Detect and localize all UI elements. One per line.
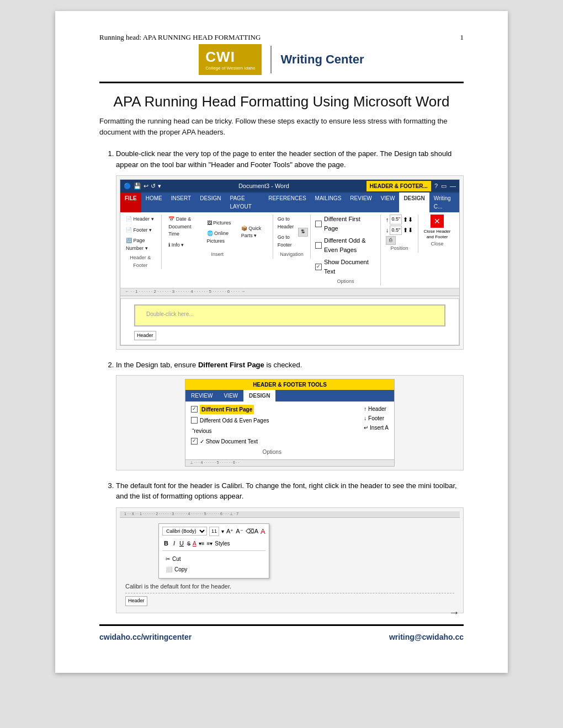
cwi-logo-box: CWI College of Western Idaho (199, 44, 262, 75)
position-footer-spinner: ⬆⬇ (403, 226, 413, 235)
tab-page-layout[interactable]: PAGE LAYOUT (226, 192, 264, 212)
header-placeholder-text: Double-click here... (146, 311, 194, 317)
font-size-dropdown[interactable]: ▾ (221, 527, 224, 536)
step2-show-text-checkbox[interactable]: ✓ (191, 438, 198, 445)
tab-design-active[interactable]: DESIGN (399, 192, 429, 212)
cwi-text: CWI (205, 49, 255, 66)
header-position-value[interactable]: 0.5" (390, 215, 402, 224)
footer-bar: cwidaho.cc/writingcenter writing@cwidaho… (99, 630, 464, 641)
step2-odd-even-checkbox[interactable] (191, 417, 198, 424)
step2-footer-pos: ↓ Footer (364, 414, 389, 422)
header-content-text: Calibri is the default font for the head… (125, 582, 454, 591)
font-size-increase[interactable]: A⁺ (226, 527, 233, 536)
font-size-decrease[interactable]: A⁻ (236, 527, 243, 536)
group-header-footer: 📄 Header ▾ 📄 Footer ▾ 🔢 Page Number ▾ He… (124, 215, 162, 269)
doc-title: APA Running Head Formatting Using Micros… (99, 93, 464, 110)
underline-button[interactable]: U (178, 539, 185, 548)
writing-center-text: Writing Center (280, 52, 364, 67)
step2-different-first-label: Different First Page (200, 405, 254, 414)
pictures-button[interactable]: 🖼 Pictures (205, 218, 237, 228)
step1-screenshot: 🔵 💾 ↩ ↺ ▾ Document3 - Word HEADER & FOOT… (116, 175, 464, 350)
step2-show-text-row2: ✓ ✓ Show Document Text (191, 437, 353, 446)
options-items: Different First Page Different Odd & Eve… (315, 215, 376, 278)
tab-review[interactable]: REVIEW (346, 192, 376, 212)
step2-odd-even-label: Different Odd & Even Pages (200, 416, 269, 425)
tab-design[interactable]: DESIGN (195, 192, 225, 212)
date-time-button[interactable]: 📅 Date & DocumentTime (166, 215, 202, 239)
step2-tab-review[interactable]: REVIEW (185, 390, 218, 402)
step2-show-text-label2: ✓ Show Document Text (200, 437, 258, 446)
different-odd-even-checkbox[interactable] (315, 242, 322, 249)
header-button[interactable]: 📄 Header ▾ (124, 215, 157, 224)
step2-ruler-marks: ⊥ · · · 4 · · · · · · 5 · · · · · · 6 · … (190, 460, 240, 466)
ribbon-close: — (450, 181, 456, 191)
ribbon-top-right: HEADER & FOOTER... ? ▭ — (367, 181, 456, 191)
ribbon-icon-word: 🔵 (124, 181, 131, 191)
tab-insert[interactable]: INSERT (167, 192, 196, 212)
footer-position-value[interactable]: 0.5" (390, 226, 402, 235)
bold-button[interactable]: B (162, 538, 170, 549)
position-footer-icon: ↓ (386, 226, 389, 235)
tab-view[interactable]: VIEW (376, 192, 400, 212)
copy-icon: ⬜ (166, 565, 172, 574)
go-to-footer-button[interactable]: Go toFooter (275, 233, 296, 250)
list-button[interactable]: ≡▾ (206, 539, 213, 548)
running-head: Running head: APA RUNNING HEAD FORMATTIN… (99, 33, 261, 42)
close-items: ✕ Close Headerand Footer (424, 215, 451, 239)
font-name-select[interactable]: Calibri (Body) (162, 527, 207, 536)
online-pictures-button[interactable]: 🌐 Online Pictures (205, 229, 237, 246)
step2-different-first-checkbox[interactable]: ✓ (191, 406, 198, 413)
page-number-button[interactable]: 🔢 Page Number ▾ (124, 236, 157, 253)
different-first-page-row: Different First Page (315, 215, 376, 233)
header-highlight[interactable]: Double-click here... (134, 304, 445, 326)
insert-alignment-icon[interactable]: ⎙ (386, 236, 396, 245)
step2-show-text-row: “revious (191, 427, 353, 435)
italic-button[interactable]: I (172, 539, 176, 548)
step2-header-pos: ↑ Header (364, 405, 389, 413)
show-document-text-checkbox[interactable]: ✓ (315, 264, 322, 270)
clear-format-icon[interactable]: ⌫A (246, 527, 258, 536)
step2-different-first-row: ✓ Different First Page (191, 405, 353, 414)
step2-ruler: ⊥ · · · 4 · · · · · · 5 · · · · · · 6 · … (185, 459, 394, 466)
go-to-header-button[interactable]: Go toHeader (275, 215, 296, 232)
footer-website[interactable]: cwidaho.cc/writingcenter (99, 633, 192, 641)
step-1-text: Double-click near the very top of the pa… (116, 149, 452, 169)
step3-content: Calibri (Body) 11 ▾ A⁺ A⁻ ⌫A A B (120, 520, 460, 609)
step2-position: ↑ Header ↓ Footer ↵ Insert A (364, 405, 389, 456)
different-first-page-checkbox[interactable] (315, 221, 322, 227)
text-color-button[interactable]: A (193, 539, 196, 548)
tab-file[interactable]: FILE (120, 192, 141, 212)
step2-options: ✓ Different First Page Different Odd & E… (191, 405, 353, 456)
step2-tab-design[interactable]: DESIGN (243, 390, 275, 402)
logo-area: CWI College of Western Idaho Writing Cen… (99, 44, 464, 75)
step-2: In the Design tab, ensure Different Firs… (116, 360, 464, 470)
tab-mailings[interactable]: MAILINGS (311, 192, 346, 212)
copy-menu-item[interactable]: ⬜ Copy (162, 564, 265, 575)
step2-tab-view[interactable]: VIEW (218, 390, 243, 402)
styles-button[interactable]: Styles (215, 539, 230, 548)
close-x-icon[interactable]: ✕ (431, 215, 444, 228)
step2-ribbon-tabs: REVIEW VIEW DESIGN (185, 390, 394, 402)
footer-email[interactable]: writing@cwidaho.cc (389, 633, 464, 641)
ribbon-tabs: FILE HOME INSERT DESIGN PAGE LAYOUT REFE… (120, 192, 459, 212)
footer-button[interactable]: 📄 Footer ▾ (124, 226, 157, 235)
font-size-input[interactable]: 11 (209, 527, 219, 537)
highlight-button[interactable]: ▾≡ (199, 539, 205, 548)
tab-home[interactable]: HOME (141, 192, 167, 212)
tab-writing: Writing C... (429, 192, 459, 212)
step2-odd-even-row: Different Odd & Even Pages (191, 416, 353, 425)
cut-menu-item[interactable]: ✂ Cut (162, 554, 265, 564)
info-button[interactable]: ℹ Info ▾ (166, 240, 202, 250)
font-color-button[interactable]: A (261, 526, 265, 537)
quick-parts-button[interactable]: 📦 Quick Parts ▾ (239, 224, 268, 241)
step3-screenshot: 1 · · X · · 1 · · · · · · 2 · · · · · · … (116, 507, 464, 613)
strikethrough-button[interactable]: S̶ (187, 539, 190, 548)
ribbon-doc-title: Document3 - Word (238, 181, 289, 191)
nav-icon: ⇅ (298, 228, 308, 237)
step2-ribbon-layout: ✓ Different First Page Different Odd & E… (191, 405, 389, 456)
group-label-position: Position (390, 245, 408, 253)
tab-references[interactable]: REFERENCES (264, 192, 310, 212)
hf-tools-tab[interactable]: HEADER & FOOTER... (367, 181, 431, 191)
group-close: ✕ Close Headerand Footer Close (423, 215, 456, 248)
doc-subtitle: Formatting the running head can be trick… (99, 116, 464, 137)
